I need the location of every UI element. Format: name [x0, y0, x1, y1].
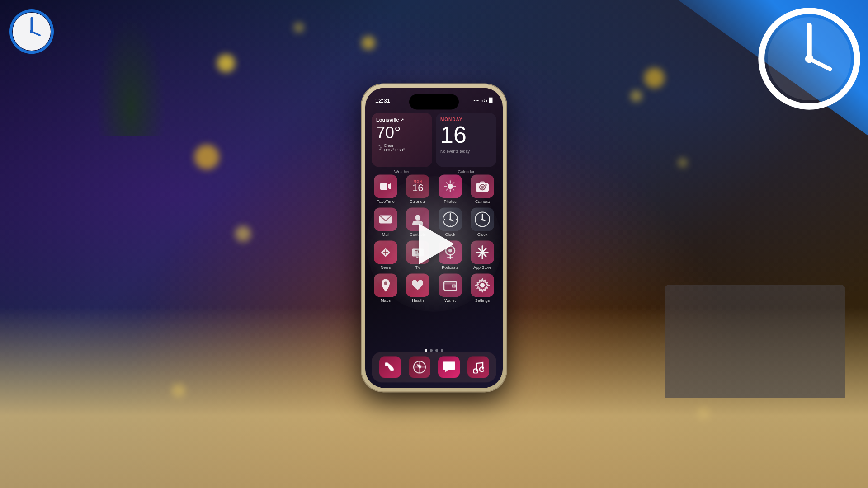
bokeh-light: [194, 145, 219, 169]
app-dock: [372, 352, 496, 382]
dock-safari[interactable]: [409, 356, 430, 378]
weather-location: Louisville ↗: [376, 117, 428, 122]
svg-point-9: [805, 55, 813, 63]
status-bar: 12:31 ▪▪▪ 5G ▉: [365, 96, 503, 105]
dock-music[interactable]: [467, 356, 489, 378]
bokeh-light: [644, 68, 665, 88]
widgets-container: Louisville ↗ 70° ☽ Clear H:87° L:63°: [372, 113, 496, 178]
svg-rect-64: [443, 361, 455, 370]
play-icon[interactable]: [419, 224, 454, 264]
svg-point-65: [473, 369, 478, 373]
bokeh-light: [678, 158, 687, 167]
dock-phone[interactable]: [379, 356, 401, 378]
weather-temperature: 70°: [376, 123, 428, 142]
calendar-widget-label: Calendar: [436, 169, 496, 174]
dock-messages[interactable]: [438, 356, 460, 378]
bokeh-light: [294, 23, 304, 33]
plant-decoration: [90, 0, 172, 136]
play-button-overlay[interactable]: [366, 176, 502, 312]
watermark-clock-large: [757, 7, 861, 111]
signal-bars: ▪▪▪: [474, 98, 479, 103]
weather-widget-label: Weather: [372, 169, 432, 174]
network-type: 5G: [481, 98, 487, 103]
bokeh-light: [631, 90, 642, 102]
weather-details: ☽ Clear H:87° L:63°: [376, 143, 428, 152]
svg-point-4: [30, 30, 33, 33]
calendar-date: 16: [440, 123, 467, 146]
svg-marker-62: [416, 364, 422, 369]
bokeh-light: [362, 36, 375, 50]
battery-icon: ▉: [489, 98, 493, 103]
bokeh-light: [217, 54, 235, 72]
weather-widget[interactable]: Louisville ↗ 70° ☽ Clear H:87° L:63°: [372, 113, 432, 167]
status-time: 12:31: [375, 97, 390, 104]
calendar-widget[interactable]: MONDAY 16 No events today: [436, 113, 496, 167]
watermark-clock-small: [9, 9, 54, 54]
calendar-no-events: No events today: [440, 149, 470, 154]
svg-marker-63: [445, 370, 448, 372]
laptop-decoration: [665, 285, 845, 398]
status-icons: ▪▪▪ 5G ▉: [474, 98, 493, 103]
bokeh-light: [235, 226, 251, 242]
